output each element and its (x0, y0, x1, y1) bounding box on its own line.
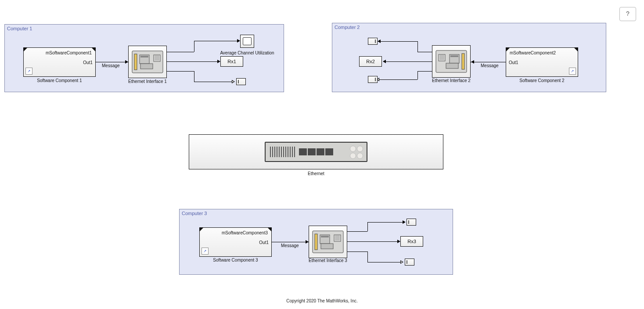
signal-c1-bot (167, 71, 194, 72)
ethernet-interface-2-caption: Ethernet Interface 2 (432, 78, 471, 83)
scope-caption: Average Channel Utilization (219, 50, 276, 55)
terminator-c3-bot[interactable] (405, 259, 414, 266)
signal-c1-message (96, 62, 128, 62)
software-component-2-caption: Software Component 2 (506, 78, 578, 83)
software-component-3-block[interactable]: mSoftwareComponent3 Out1 ↗ (199, 227, 272, 257)
hollow-arrow-icon (232, 80, 235, 83)
signal-c2-mid (383, 61, 432, 62)
software-component-3-caption: Software Component 3 (199, 258, 272, 262)
arrow-icon (397, 240, 400, 243)
computer-2-title: Computer 2 (335, 25, 360, 30)
signal-c2-top-h2 (417, 52, 432, 52)
svg-rect-16 (321, 244, 333, 249)
svg-rect-7 (462, 54, 464, 69)
ethernet-interface-3-caption: Ethernet Interface 3 (309, 258, 347, 263)
signal-c2-message (471, 62, 506, 62)
software-component-1-refname: mSoftwareComponent1 (46, 50, 92, 55)
from-c2-top[interactable] (368, 38, 378, 45)
signal-c3-mid (347, 241, 398, 242)
signal-c1-bot-v (194, 71, 194, 82)
scope-block[interactable] (240, 35, 254, 48)
svg-rect-3 (140, 56, 148, 57)
signal-c3-bot-v (367, 252, 368, 262)
arrow-icon (403, 220, 406, 224)
signal-c2-message-label: Message (481, 63, 499, 68)
signal-c2-top-v (417, 41, 418, 52)
rx2-goto-block[interactable]: Rx2 (359, 56, 382, 67)
svg-rect-9 (450, 55, 458, 57)
ethernet-interface-1-caption: Ethernet Interface 1 (128, 79, 167, 84)
arrow-icon (306, 240, 309, 244)
signal-c2-bot-h2 (417, 71, 432, 72)
computer-3-title: Computer 3 (182, 211, 207, 216)
signal-c1-top (167, 52, 194, 52)
signal-c1-bot-h2 (194, 82, 233, 82)
computer-1-title: Computer 1 (7, 26, 32, 31)
software-component-1-port: Out1 (83, 60, 93, 65)
signal-c1-mid (167, 61, 218, 62)
signal-c1-top-v (194, 41, 194, 52)
arrow-icon (383, 60, 386, 63)
signal-c2-top (378, 41, 417, 42)
signal-c3-message-label: Message (281, 243, 299, 248)
terminator-c1[interactable] (236, 78, 246, 85)
terminator-c3-top[interactable] (407, 219, 416, 226)
software-component-2-block[interactable]: mSoftwareComponent2 Out1 ↗ (506, 47, 578, 77)
software-component-1-block[interactable]: mSoftwareComponent1 Out1 ↗ (23, 47, 96, 77)
copyright-text: Copyright 2020 The MathWorks, Inc. (0, 298, 644, 303)
rx1-goto-block[interactable]: Rx1 (220, 56, 243, 67)
ethernet-interface-3-block[interactable] (309, 226, 347, 258)
svg-rect-15 (321, 236, 329, 237)
arrow-icon (217, 60, 220, 63)
signal-c3-top-v (367, 222, 368, 231)
svg-rect-10 (446, 63, 458, 68)
arrow-icon (378, 40, 381, 43)
signal-c3-top (367, 222, 403, 223)
signal-c2-bot-v (417, 71, 418, 79)
signal-c3-bot-h2 (347, 252, 367, 252)
arrow-icon (125, 60, 128, 64)
software-component-3-refname: mSoftwareComponent3 (222, 230, 268, 235)
software-component-2-port: Out1 (509, 60, 518, 65)
from-c2-bot[interactable] (368, 76, 378, 83)
signal-c3-top-h2 (347, 231, 367, 232)
software-component-1-caption: Software Component 1 (23, 78, 96, 83)
signal-c2-bot (378, 79, 417, 80)
svg-rect-1 (134, 54, 137, 70)
switch-device-icon (265, 142, 367, 162)
signal-c1-message-label: Message (102, 63, 120, 68)
arrow-icon (471, 60, 474, 64)
arrow-icon (237, 39, 240, 43)
software-component-2-refname: mSoftwareComponent2 (510, 50, 556, 55)
help-button[interactable]: ? (619, 7, 636, 21)
model-ref-icon: ↗ (25, 68, 32, 75)
ethernet-interface-1-block[interactable] (128, 46, 167, 78)
svg-rect-13 (315, 234, 317, 250)
software-component-3-port: Out1 (259, 240, 269, 244)
signal-c3-message (272, 242, 309, 242)
ethernet-switch-caption: Ethernet (189, 171, 443, 176)
signal-c1-top-h2 (194, 41, 238, 41)
ethernet-interface-2-block[interactable] (432, 45, 471, 78)
hollow-arrow-icon (400, 260, 403, 264)
svg-rect-4 (140, 64, 153, 69)
model-ref-icon: ↗ (201, 248, 209, 255)
model-ref-icon: ↗ (569, 68, 576, 75)
signal-c3-bot (367, 262, 402, 262)
ethernet-switch-block[interactable] (189, 134, 443, 169)
rx3-goto-block[interactable]: Rx3 (400, 236, 423, 247)
